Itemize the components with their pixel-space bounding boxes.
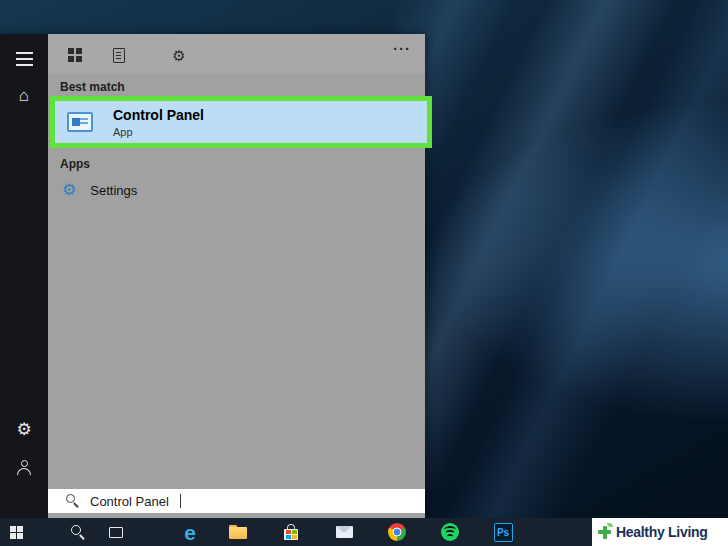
control-panel-result[interactable]: Control Panel App — [50, 96, 432, 148]
home-icon: ⌂ — [19, 87, 29, 104]
rail-gear-icon: ⚙ — [16, 421, 31, 438]
settings-filter-button[interactable]: ⚙ — [168, 44, 190, 66]
folder-icon — [229, 525, 247, 539]
mail-taskbar-button[interactable] — [330, 518, 358, 546]
more-options-button[interactable]: ··· — [393, 40, 411, 57]
search-icon — [66, 494, 80, 508]
start-menu-rail: ⌂ ⚙ — [0, 34, 48, 518]
edge-taskbar-button[interactable]: e — [176, 518, 204, 546]
watermark-text: Healthy Living — [616, 524, 707, 540]
chrome-icon — [388, 523, 406, 541]
store-bag-icon — [283, 524, 299, 540]
control-panel-icon — [67, 112, 93, 132]
user-icon — [17, 460, 31, 475]
spotify-icon — [441, 523, 459, 541]
result-title: Control Panel — [113, 107, 204, 123]
start-button[interactable] — [2, 518, 30, 546]
windows-logo-icon — [10, 526, 23, 539]
mail-envelope-icon — [336, 526, 353, 538]
file-explorer-taskbar-button[interactable] — [224, 518, 252, 546]
photoshop-taskbar-button[interactable]: Ps — [489, 518, 517, 546]
result-subtitle: App — [113, 126, 204, 138]
search-input[interactable]: Control Panel — [48, 489, 425, 513]
task-view-icon — [109, 527, 123, 538]
chrome-taskbar-button[interactable] — [383, 518, 411, 546]
document-icon — [113, 48, 125, 63]
apps-header: Apps — [60, 157, 90, 171]
settings-label: Settings — [90, 183, 137, 198]
photoshop-icon: Ps — [494, 523, 513, 542]
documents-filter-button[interactable] — [108, 44, 130, 66]
rail-account-button[interactable] — [0, 454, 48, 480]
plus-cross-icon — [597, 525, 612, 540]
apps-filter-button[interactable] — [64, 44, 86, 66]
text-caret — [180, 494, 182, 508]
rail-settings-button[interactable]: ⚙ — [0, 416, 48, 442]
home-button[interactable]: ⌂ — [0, 82, 48, 108]
healthy-living-watermark: Healthy Living — [592, 518, 728, 546]
hamburger-icon — [16, 52, 33, 54]
taskbar-search-button[interactable] — [64, 518, 92, 546]
store-taskbar-button[interactable] — [277, 518, 305, 546]
search-filter-bar: ⚙ ··· — [48, 34, 425, 74]
menu-button[interactable] — [0, 46, 48, 72]
start-search-flyout: ⌂ ⚙ ⚙ — [0, 34, 425, 518]
spotify-taskbar-button[interactable] — [436, 518, 464, 546]
apps-filter-icon — [68, 48, 82, 62]
search-results-pane: ⚙ ··· Best match Control Panel App Apps … — [48, 34, 425, 518]
task-view-button[interactable] — [102, 518, 130, 546]
taskbar-search-icon — [71, 525, 85, 539]
screen: ⌂ ⚙ ⚙ — [0, 0, 728, 546]
search-input-value: Control Panel — [90, 494, 169, 509]
settings-gear-icon: ⚙ — [62, 182, 76, 198]
edge-icon: e — [184, 522, 196, 543]
settings-result[interactable]: ⚙ Settings — [48, 176, 425, 204]
best-match-header: Best match — [60, 80, 125, 94]
filter-gear-icon: ⚙ — [172, 48, 185, 63]
